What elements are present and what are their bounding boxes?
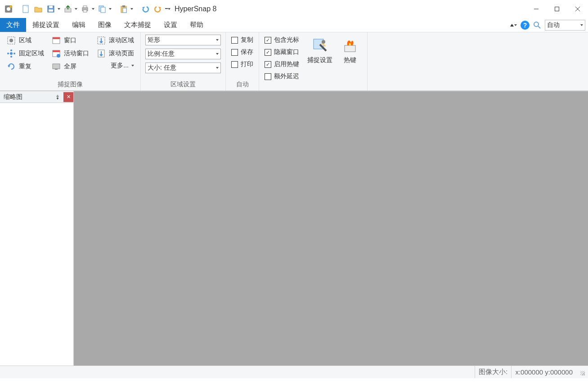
svg-rect-30	[53, 37, 60, 39]
status-image-size: 图像大小:	[475, 366, 511, 378]
enable-hotkey-checkbox[interactable]: ✓启用热键	[264, 59, 300, 70]
ratio-combo[interactable]: 比例:任意	[145, 49, 221, 59]
hotkey-button[interactable]: 热键	[337, 35, 363, 66]
active-window-icon	[51, 49, 61, 58]
scroll-page-icon	[96, 49, 106, 58]
quick-access-toolbar	[0, 0, 171, 18]
capture-more-button[interactable]: 更多...	[94, 61, 136, 71]
export-dropdown[interactable]	[74, 3, 78, 15]
minimize-button[interactable]	[526, 2, 547, 16]
shape-combo[interactable]: 矩形	[145, 35, 221, 45]
svg-rect-34	[53, 64, 60, 69]
capture-scroll-region-button[interactable]: 滚动区域	[94, 35, 136, 46]
thumbnail-panel: 缩略图 ✕	[0, 91, 74, 366]
size-combo[interactable]: 大小: 任意	[145, 62, 221, 73]
capture-window-button[interactable]: 窗口	[49, 35, 91, 46]
capture-active-window-button[interactable]: 活动窗口	[49, 48, 91, 59]
include-cursor-checkbox[interactable]: ✓包含光标	[264, 35, 300, 45]
svg-point-27	[7, 53, 9, 54]
maximize-button[interactable]	[547, 2, 567, 16]
svg-rect-9	[83, 6, 87, 8]
redo-icon[interactable]	[152, 3, 164, 15]
region-icon	[6, 36, 16, 45]
capture-fixed-region-button[interactable]: 固定区域	[4, 48, 46, 59]
ribbon-group-region-settings: 矩形 比例:任意 大小: 任意 区域设置	[141, 32, 226, 90]
undo-icon[interactable]	[139, 3, 151, 15]
export-icon[interactable]	[62, 3, 74, 15]
svg-point-26	[10, 56, 12, 58]
svg-point-2	[10, 6, 12, 8]
close-panel-button[interactable]: ✕	[63, 92, 73, 102]
help-icon[interactable]: ?	[521, 21, 530, 30]
thumbnail-list	[0, 103, 73, 366]
copy-dropdown[interactable]	[108, 3, 112, 15]
print-icon[interactable]	[79, 3, 91, 15]
menu-bar: 文件 捕捉设置 编辑 图像 文本捕捉 设置 帮助 ? 自动	[0, 18, 588, 32]
app-icon[interactable]	[3, 3, 14, 15]
ribbon-collapse-icon[interactable]	[508, 24, 519, 27]
ribbon-group-auto: 复制 保存 打印 自动	[226, 32, 259, 90]
svg-point-24	[10, 52, 13, 55]
capture-repeat-button[interactable]: 重复	[4, 61, 46, 72]
resize-grip-icon[interactable]	[578, 369, 585, 376]
svg-rect-40	[345, 45, 355, 52]
thumbnail-title: 缩略图	[4, 93, 22, 101]
menu-settings[interactable]: 设置	[157, 18, 184, 32]
svg-point-20	[534, 22, 539, 27]
menu-image[interactable]: 图像	[92, 18, 118, 32]
svg-point-33	[57, 54, 60, 58]
paste-dropdown[interactable]	[130, 3, 134, 15]
window-controls	[526, 2, 588, 16]
svg-point-25	[10, 49, 12, 51]
menu-help[interactable]: 帮助	[184, 18, 210, 32]
canvas-area[interactable]	[74, 91, 588, 366]
ribbon: 区域 固定区域 重复 窗口 活动窗口 全屏 滚动区域 滚动页面 更多... 捕捉…	[0, 32, 588, 91]
thumbnail-header: 缩略图 ✕	[0, 91, 73, 103]
hotkey-icon	[341, 36, 359, 54]
new-icon[interactable]	[20, 3, 31, 15]
pin-icon[interactable]	[53, 92, 63, 102]
svg-point-28	[13, 53, 15, 54]
status-coordinates: x:000000 y:000000	[511, 366, 576, 378]
open-icon[interactable]	[32, 3, 44, 15]
close-button[interactable]	[567, 2, 588, 16]
copy-icon[interactable]	[96, 3, 108, 15]
svg-rect-32	[53, 50, 60, 52]
save-dropdown[interactable]	[57, 3, 61, 15]
menu-text-capture[interactable]: 文本捕捉	[118, 18, 157, 32]
capture-settings-button[interactable]: 捕捉设置	[304, 35, 336, 66]
fixed-region-icon	[6, 49, 16, 58]
ribbon-group-capture-image: 区域 固定区域 重复 窗口 活动窗口 全屏 滚动区域 滚动页面 更多... 捕捉…	[0, 32, 141, 90]
capture-fullscreen-button[interactable]: 全屏	[49, 61, 91, 72]
ribbon-group-label: 自动	[229, 80, 256, 89]
search-icon[interactable]	[531, 21, 543, 29]
search-box[interactable]: 自动	[545, 20, 585, 31]
capture-region-button[interactable]: 区域	[4, 35, 46, 46]
menu-capture-settings[interactable]: 捕捉设置	[26, 18, 66, 32]
menu-edit[interactable]: 编辑	[66, 18, 92, 32]
title-bar: HyperSnap 8	[0, 0, 588, 18]
qat-customize[interactable]	[165, 3, 171, 15]
repeat-icon	[6, 62, 16, 71]
save-icon[interactable]	[45, 3, 57, 15]
svg-rect-35	[55, 69, 58, 70]
ribbon-group-options: ✓包含光标 ✓隐藏窗口 ✓启用热键 额外延迟 捕捉设置 热键	[259, 32, 368, 90]
ribbon-group-label: 区域设置	[144, 80, 223, 89]
extra-delay-checkbox[interactable]: 额外延迟	[264, 71, 300, 82]
svg-point-23	[9, 39, 13, 42]
ribbon-group-label: 捕捉图像	[3, 80, 138, 89]
svg-rect-10	[83, 10, 87, 12]
menu-file[interactable]: 文件	[0, 18, 26, 32]
auto-print-checkbox[interactable]: 打印	[230, 59, 254, 70]
svg-rect-5	[49, 6, 53, 8]
capture-scroll-page-button[interactable]: 滚动页面	[94, 48, 136, 59]
fullscreen-icon	[51, 62, 61, 71]
print-dropdown[interactable]	[91, 3, 95, 15]
hide-window-checkbox[interactable]: ✓隐藏窗口	[264, 47, 300, 58]
svg-rect-15	[123, 8, 126, 13]
auto-copy-checkbox[interactable]: 复制	[230, 35, 254, 45]
paste-icon[interactable]	[118, 3, 130, 15]
window-title: HyperSnap 8	[175, 5, 216, 13]
auto-save-checkbox[interactable]: 保存	[230, 47, 254, 58]
capture-settings-icon	[311, 36, 329, 54]
